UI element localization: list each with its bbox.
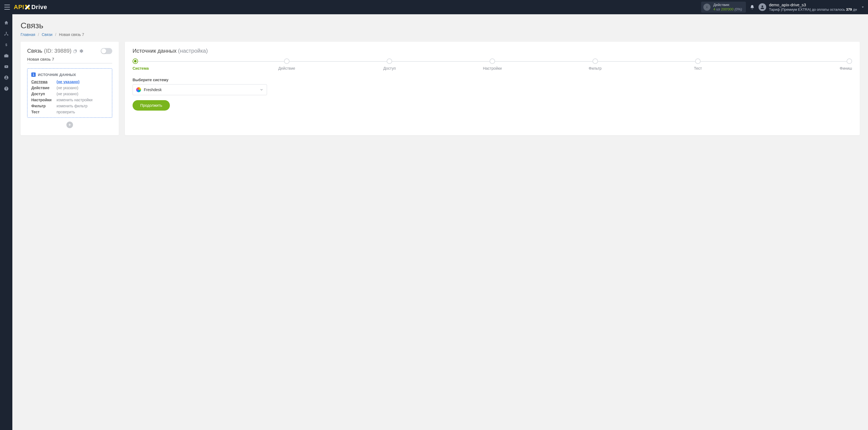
tariff-prefix: Тариф | [769, 7, 782, 11]
header-right: Действия: 4 из 200'000 (0%) demo_apix-dr… [701, 2, 865, 12]
breadcrumb-sep: / [55, 32, 56, 37]
step-финиш[interactable]: Финиш [749, 58, 852, 70]
continue-button[interactable]: Продолжить [132, 100, 170, 111]
step-label: Настройки [483, 66, 502, 70]
add-destination-button[interactable]: + [66, 122, 73, 128]
tariff-mid: | до оплаты осталось [810, 7, 846, 11]
source-config-title-main: Источник данных [132, 48, 177, 54]
main: Связь Главная / Связи / Новая связь 7 Св… [12, 14, 868, 142]
step-доступ[interactable]: Доступ [338, 58, 441, 70]
sidebar-item-help[interactable] [0, 84, 12, 93]
actions-limit: 200'000 [721, 7, 734, 11]
breadcrumb-links[interactable]: Связи [42, 32, 53, 37]
svg-point-11 [6, 89, 7, 90]
step-circle [490, 58, 495, 64]
system-select-label: Выберите систему [132, 78, 852, 82]
logo[interactable]: API Drive [14, 4, 47, 11]
gear-icon[interactable] [79, 49, 84, 53]
step-label: Фильтр [589, 66, 601, 70]
copy-icon[interactable] [73, 49, 78, 53]
actions-indicator[interactable]: Действия: 4 из 200'000 (0%) [701, 2, 746, 12]
page-title: Связь [21, 21, 860, 30]
system-select-value: Freshdesk [144, 88, 162, 92]
svg-point-9 [5, 76, 7, 78]
breadcrumb-current: Новая связь 7 [59, 32, 84, 37]
user-menu[interactable]: demo_apix-drive_s3 Тариф |Премиум EXTRA|… [758, 2, 857, 12]
user-text: demo_apix-drive_s3 Тариф |Премиум EXTRA|… [769, 2, 857, 12]
actions-percent: (0%) [735, 7, 742, 11]
source-row-label: Доступ [31, 92, 54, 96]
step-circle [284, 58, 289, 64]
user-menu-caret[interactable] [861, 5, 865, 9]
source-step-badge: 1 [31, 72, 36, 77]
source-row-label: Тест [31, 110, 54, 114]
source-config-title-sub: (настройка) [178, 48, 208, 54]
sidebar-item-payments[interactable] [0, 40, 12, 50]
source-row-value: изменить фильтр [57, 104, 108, 108]
svg-rect-1 [707, 7, 708, 8]
step-label: Доступ [383, 66, 396, 70]
tariff-days: 379 [846, 7, 852, 11]
notifications-button[interactable] [750, 4, 755, 10]
step-circle [387, 58, 392, 64]
actions-text: Действия: 4 из 200'000 (0%) [713, 3, 742, 11]
tariff-name: Премиум EXTRA [782, 7, 810, 11]
system-select[interactable]: Freshdesk [132, 84, 267, 95]
actions-of: из [716, 7, 720, 11]
logo-text-api: API [14, 4, 24, 11]
tariff-days-suffix: дн [852, 7, 857, 11]
connection-title-text: Связь [27, 48, 42, 54]
chevron-down-icon [259, 88, 264, 92]
source-row-value: проверить [57, 110, 108, 114]
source-row-value: изменить настройки [57, 98, 108, 102]
step-фильтр[interactable]: Фильтр [544, 58, 647, 70]
connection-name[interactable]: Новая связь 7 [27, 57, 112, 63]
breadcrumb-home[interactable]: Главная [21, 32, 35, 37]
connection-id: (ID: 39889) [44, 48, 71, 54]
connection-enable-toggle[interactable] [101, 48, 112, 54]
source-row-value: (не указано) [57, 92, 108, 96]
step-circle [132, 58, 138, 64]
source-row-label: Настройки [31, 98, 54, 102]
source-config-card: Источник данных (настройка) СистемаДейст… [125, 42, 860, 135]
step-тест[interactable]: Тест [647, 58, 749, 70]
sidebar-item-account[interactable] [0, 73, 12, 82]
step-настройки[interactable]: Настройки [441, 58, 544, 70]
step-circle [846, 58, 852, 64]
sidebar-item-connections[interactable] [0, 29, 12, 38]
source-row-label[interactable]: Система [31, 80, 54, 84]
source-row-value: (не указано) [57, 86, 108, 90]
source-config-title: Источник данных (настройка) [132, 48, 852, 54]
step-circle [592, 58, 598, 64]
user-name: demo_apix-drive_s3 [769, 2, 857, 7]
step-система[interactable]: Система [132, 58, 236, 70]
step-label: Система [132, 66, 149, 70]
breadcrumb: Главная / Связи / Новая связь 7 [21, 32, 860, 37]
step-label: Финиш [840, 66, 852, 70]
app-header: API Drive Действия: 4 из 200'000 (0%) [0, 0, 868, 14]
svg-rect-13 [74, 50, 76, 53]
menu-button[interactable] [3, 3, 11, 11]
source-row-value[interactable]: (не указано) [57, 80, 108, 84]
source-row-label: Действие [31, 86, 54, 90]
info-icon [703, 4, 711, 11]
actions-used: 4 [713, 7, 715, 11]
step-действие[interactable]: Действие [236, 58, 338, 70]
logo-text-drive: Drive [31, 4, 47, 11]
step-circle [695, 58, 701, 64]
source-block-title: ИСТОЧНИК ДАННЫХ [38, 73, 76, 77]
sidebar-item-video[interactable] [0, 62, 12, 71]
actions-label: Действия: [713, 3, 742, 7]
step-label: Действие [278, 66, 295, 70]
stepper: СистемаДействиеДоступНастройкиФильтрТест… [132, 58, 852, 70]
source-block: 1 ИСТОЧНИК ДАННЫХ Система(не указано)Дей… [27, 68, 112, 118]
sidebar-item-briefcase[interactable] [0, 51, 12, 60]
logo-x-icon [24, 4, 30, 10]
sidebar-item-home[interactable] [0, 18, 12, 27]
source-row-label: Фильтр [31, 104, 54, 108]
sidebar [0, 14, 12, 142]
connection-title: Связь (ID: 39889) [27, 48, 84, 54]
user-avatar-icon [758, 3, 766, 11]
svg-point-4 [6, 32, 7, 33]
breadcrumb-sep: / [38, 32, 39, 37]
